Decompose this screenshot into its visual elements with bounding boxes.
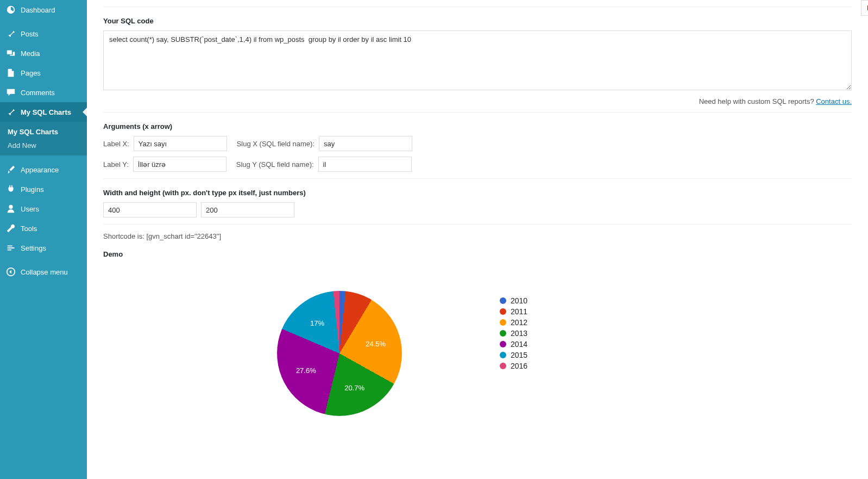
slug-y-text: Slug Y (SQL field name):	[236, 160, 314, 169]
legend-label: 2016	[511, 362, 527, 370]
comment-icon	[5, 87, 16, 98]
pin-icon	[5, 28, 16, 39]
pie-slice-label: 24.5%	[366, 340, 386, 348]
admin-sidebar: Dashboard Posts Media Pages Comments My …	[0, 0, 87, 479]
sidebar-item-pages[interactable]: Pages	[0, 63, 87, 83]
brush-icon	[5, 164, 16, 175]
slug-y-input[interactable]	[318, 157, 412, 172]
dashboard-icon	[5, 4, 16, 15]
pie-slice-label: 17%	[310, 319, 324, 327]
legend-item[interactable]: 2015	[500, 351, 527, 359]
sidebar-item-label: Settings	[21, 244, 46, 252]
legend-item[interactable]: 2016	[500, 362, 527, 370]
sidebar-item-label: Posts	[21, 30, 39, 38]
legend-label: 2015	[511, 351, 527, 359]
legend-item[interactable]: 2012	[500, 318, 527, 327]
width-height-label: Width and height (with px. don't type px…	[103, 189, 852, 197]
demo-pie-chart: 24.5%20.7%27.6%17%	[277, 291, 402, 416]
pin-icon	[5, 107, 16, 117]
help-text: Need help with custom SQL reports?	[699, 97, 816, 105]
legend-dot	[500, 352, 506, 358]
sidebar-item-label: Comments	[21, 89, 55, 97]
sidebar-item-tools[interactable]: Tools	[0, 219, 87, 238]
sidebar-item-posts[interactable]: Posts	[0, 24, 87, 43]
sidebar-item-label: Pages	[21, 69, 41, 77]
sidebar-item-comments[interactable]: Comments	[0, 83, 87, 102]
legend-dot	[500, 341, 506, 347]
media-icon	[5, 48, 16, 59]
wrench-icon	[5, 223, 16, 234]
sidebar-item-media[interactable]: Media	[0, 43, 87, 63]
sidebar-item-dashboard[interactable]: Dashboard	[0, 0, 87, 20]
legend-item[interactable]: 2010	[500, 296, 527, 305]
move-to-link[interactable]: Move to	[861, 0, 868, 16]
width-input[interactable]	[103, 202, 197, 217]
legend-item[interactable]: 2013	[500, 329, 527, 338]
contact-us-link[interactable]: Contact us.	[816, 97, 852, 105]
sidebar-item-mysqlcharts[interactable]: My SQL Charts	[0, 102, 87, 122]
sidebar-item-label: Collapse menu	[21, 268, 68, 276]
label-x-input[interactable]	[134, 136, 227, 151]
slug-x-input[interactable]	[319, 136, 412, 151]
main-content: Move to Your SQL code Need help with cus…	[87, 0, 868, 479]
sidebar-item-collapse[interactable]: Collapse menu	[0, 262, 87, 282]
user-icon	[5, 203, 16, 214]
sidebar-item-label: Plugins	[21, 185, 44, 194]
sidebar-sub-addnew[interactable]: Add New	[0, 139, 87, 152]
help-row: Need help with custom SQL reports? Conta…	[103, 97, 852, 105]
demo-label: Demo	[103, 250, 852, 258]
sidebar-submenu: My SQL Charts Add New	[0, 122, 87, 155]
pie-slice-label: 20.7%	[344, 384, 364, 392]
sidebar-item-label: Users	[21, 205, 39, 213]
legend-dot	[500, 308, 506, 315]
slug-x-text: Slug X (SQL field name):	[237, 140, 315, 148]
arguments-label: Arguments (x arrow)	[103, 122, 852, 130]
legend-dot	[500, 363, 506, 369]
sidebar-item-users[interactable]: Users	[0, 199, 87, 219]
plug-icon	[5, 184, 16, 195]
pie-slice-label: 27.6%	[296, 366, 316, 374]
shortcode-text: Shortcode is: [gvn_schart id="22643"]	[103, 232, 852, 240]
sidebar-item-label: Tools	[21, 225, 37, 233]
height-input[interactable]	[201, 202, 294, 217]
legend-dot	[500, 319, 506, 326]
legend-dot	[500, 297, 506, 304]
sidebar-item-settings[interactable]: Settings	[0, 238, 87, 258]
sidebar-item-label: Appearance	[21, 166, 59, 174]
page-icon	[5, 67, 16, 78]
label-x-text: Label X:	[103, 140, 129, 148]
sidebar-item-label: Media	[21, 49, 40, 58]
sql-code-label: Your SQL code	[103, 17, 852, 25]
legend-item[interactable]: 2014	[500, 340, 527, 349]
collapse-icon	[5, 266, 16, 277]
chart-legend: 2010201120122013201420152016	[500, 296, 527, 372]
sidebar-sub-mysqlcharts[interactable]: My SQL Charts	[0, 125, 87, 139]
sql-code-textarea[interactable]	[103, 30, 852, 90]
sidebar-item-plugins[interactable]: Plugins	[0, 179, 87, 199]
legend-dot	[500, 330, 506, 337]
sliders-icon	[5, 242, 16, 253]
legend-label: 2013	[511, 329, 527, 338]
label-y-text: Label Y:	[103, 160, 129, 169]
legend-label: 2012	[511, 318, 527, 327]
legend-item[interactable]: 2011	[500, 307, 527, 316]
legend-label: 2011	[511, 307, 527, 316]
sidebar-item-label: My SQL Charts	[21, 108, 71, 116]
sidebar-item-appearance[interactable]: Appearance	[0, 160, 87, 179]
label-y-input[interactable]	[133, 157, 227, 172]
sidebar-item-label: Dashboard	[21, 6, 55, 14]
legend-label: 2010	[511, 296, 527, 305]
legend-label: 2014	[511, 340, 527, 349]
